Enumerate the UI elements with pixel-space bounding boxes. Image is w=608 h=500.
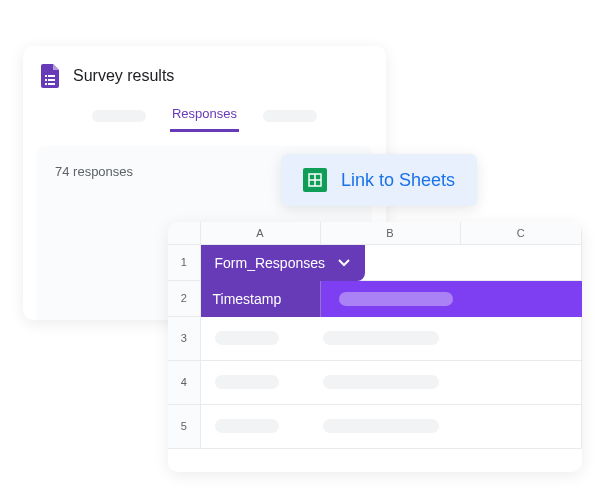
svg-rect-3 [48, 79, 55, 81]
table-row: 2 Timestamp [168, 280, 582, 316]
table-row: 1 Form_Responses [168, 244, 582, 280]
column-header-row: A B C [168, 222, 582, 244]
chevron-down-icon [337, 256, 351, 270]
column-header[interactable]: B [320, 222, 460, 244]
cell[interactable]: Form_Responses [200, 244, 582, 280]
spreadsheet-card: A B C 1 Form_Responses 2 Timestamp [168, 222, 582, 472]
sheet-tab-name: Form_Responses [215, 255, 326, 271]
table-row: 5 [168, 404, 582, 448]
svg-rect-4 [45, 83, 47, 85]
link-button-label: Link to Sheets [341, 170, 455, 191]
header-cell-placeholder[interactable] [339, 292, 453, 306]
table-row: 4 [168, 360, 582, 404]
cell-placeholder [215, 331, 279, 345]
forms-tabs: Responses [23, 94, 386, 132]
row-number[interactable]: 5 [168, 404, 200, 448]
tab-responses[interactable]: Responses [170, 100, 239, 132]
header-cell-timestamp[interactable]: Timestamp [201, 281, 321, 317]
cell[interactable] [200, 404, 582, 448]
corner-cell [168, 222, 200, 244]
forms-title: Survey results [73, 67, 174, 85]
row-number[interactable]: 3 [168, 316, 200, 360]
tab-placeholder[interactable] [263, 110, 317, 122]
sheets-icon [303, 168, 327, 192]
cell-placeholder [215, 419, 279, 433]
header-row: Timestamp [201, 281, 583, 317]
tab-placeholder[interactable] [92, 110, 146, 122]
spreadsheet-grid[interactable]: A B C 1 Form_Responses 2 Timestamp [168, 222, 582, 449]
svg-rect-0 [45, 75, 47, 77]
cell-placeholder [323, 419, 439, 433]
cell[interactable] [200, 316, 582, 360]
cell[interactable]: Timestamp [200, 280, 582, 316]
column-header[interactable]: C [460, 222, 582, 244]
row-number[interactable]: 2 [168, 280, 200, 316]
svg-rect-5 [48, 83, 55, 85]
table-row: 3 [168, 316, 582, 360]
row-number[interactable]: 1 [168, 244, 200, 280]
link-to-sheets-button[interactable]: Link to Sheets [281, 154, 477, 206]
cell-placeholder [215, 375, 279, 389]
svg-rect-1 [48, 75, 55, 77]
column-header[interactable]: A [200, 222, 320, 244]
forms-icon [39, 62, 61, 90]
row-number[interactable]: 4 [168, 360, 200, 404]
cell[interactable] [200, 360, 582, 404]
forms-header: Survey results [23, 46, 386, 94]
svg-rect-2 [45, 79, 47, 81]
sheet-tab-chip[interactable]: Form_Responses [201, 245, 366, 281]
cell-placeholder [323, 375, 439, 389]
cell-placeholder [323, 331, 439, 345]
